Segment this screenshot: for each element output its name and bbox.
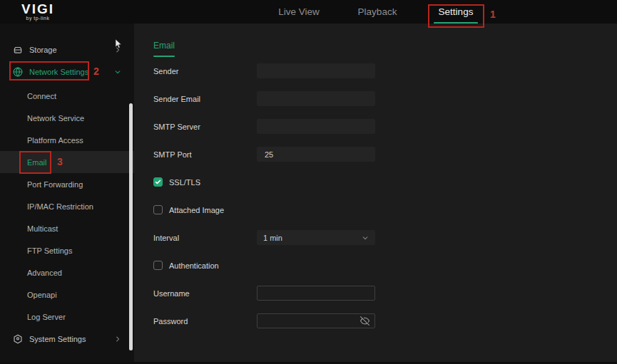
sidebar-item-openapi[interactable]: Openapi <box>0 284 134 306</box>
attached-image-label: Attached Image <box>169 206 224 214</box>
ssl-tls-checkbox[interactable] <box>153 177 163 187</box>
sender-email-input[interactable] <box>257 91 375 106</box>
sidebar-item-advanced[interactable]: Advanced <box>0 261 134 284</box>
section-tab-label: Email <box>153 41 175 51</box>
form-row-sender-email: Sender Email <box>153 85 617 113</box>
chevron-down-icon <box>362 234 369 241</box>
sidebar-item-label: Storage <box>29 46 108 54</box>
attached-image-checkbox[interactable] <box>153 205 163 214</box>
sidebar-item-multicast[interactable]: Multicast <box>0 217 134 239</box>
sidebar-item-email[interactable]: Email <box>0 151 134 173</box>
interval-value: 1 min <box>263 234 282 242</box>
chevron-down-icon <box>114 68 121 76</box>
sidebar-item-network-settings[interactable]: Network Settings <box>0 61 134 83</box>
section-tab-underline <box>153 56 175 57</box>
tab-playback[interactable]: Playback <box>338 0 417 24</box>
tab-live-view[interactable]: Live View <box>260 0 338 24</box>
sidebar-item-label: System Settings <box>29 335 108 343</box>
smtp-port-label: SMTP Port <box>153 150 257 159</box>
sender-email-label: Sender Email <box>153 95 257 103</box>
interval-label: Interval <box>153 234 257 242</box>
logo-tagline: by tp-link <box>21 16 54 21</box>
sidebar-item-ip-mac-restriction[interactable]: IP/MAC Restriction <box>0 195 134 217</box>
top-bar: VIGI by tp-link Live View Playback Setti… <box>0 0 617 24</box>
email-form: Sender Sender Email SMTP Server SMTP Por… <box>153 57 617 335</box>
sidebar-item-storage[interactable]: Storage <box>0 38 134 61</box>
sidebar-item-connect[interactable]: Connect <box>0 85 134 107</box>
sender-label: Sender <box>153 67 257 76</box>
logo-text: VIGI <box>21 2 54 16</box>
username-label: Username <box>153 289 257 298</box>
password-field-wrap <box>257 313 375 328</box>
section-tab-email[interactable]: Email <box>153 41 175 57</box>
storage-icon <box>13 45 23 55</box>
form-row-password: Password <box>153 307 617 335</box>
settings-sidebar: Storage Network Settings Connect Network… <box>0 24 134 362</box>
form-row-authentication: Authentication <box>153 251 617 279</box>
form-row-interval: Interval 1 min <box>153 224 617 251</box>
sidebar-scrollbar-thumb[interactable] <box>129 103 133 350</box>
vigi-logo: VIGI by tp-link <box>21 2 54 21</box>
sidebar-item-network-service[interactable]: Network Service <box>0 107 134 129</box>
ssl-tls-label: SSL/TLS <box>169 178 200 187</box>
sender-input[interactable] <box>257 63 375 78</box>
vigi-settings-window: VIGI by tp-link Live View Playback Setti… <box>0 0 617 364</box>
system-settings-icon <box>13 334 23 344</box>
smtp-server-label: SMTP Server <box>153 123 257 131</box>
sidebar-item-port-forwarding[interactable]: Port Forwarding <box>0 173 134 195</box>
sidebar-item-log-server[interactable]: Log Server <box>0 306 134 328</box>
form-row-smtp-server: SMTP Server <box>153 113 617 140</box>
globe-icon <box>13 67 23 77</box>
password-input[interactable] <box>257 313 375 328</box>
sidebar-item-ftp-settings[interactable]: FTP Settings <box>0 239 134 261</box>
form-row-smtp-port: SMTP Port <box>153 140 617 168</box>
username-input[interactable] <box>257 286 375 301</box>
form-row-username: Username <box>153 279 617 307</box>
top-nav: Live View Playback Settings <box>260 0 495 24</box>
eye-off-icon[interactable] <box>360 316 369 326</box>
password-label: Password <box>153 317 257 326</box>
chevron-right-icon <box>114 46 121 53</box>
smtp-server-input[interactable] <box>257 119 375 134</box>
email-settings-panel: Email Sender Sender Email SMTP Server SM… <box>134 24 617 362</box>
sidebar-item-label: Network Settings <box>29 68 108 76</box>
authentication-checkbox[interactable] <box>153 261 163 270</box>
chevron-right-icon <box>114 336 121 343</box>
interval-dropdown[interactable]: 1 min <box>257 230 375 245</box>
sidebar-item-platform-access[interactable]: Platform Access <box>0 129 134 151</box>
form-row-ssl-tls: SSL/TLS <box>153 168 617 196</box>
smtp-port-input[interactable] <box>257 147 375 162</box>
sidebar-item-system-settings[interactable]: System Settings <box>0 328 134 350</box>
check-icon <box>155 179 161 185</box>
form-row-attached-image: Attached Image <box>153 196 617 224</box>
tab-settings[interactable]: Settings <box>417 0 495 24</box>
form-row-sender: Sender <box>153 57 617 85</box>
authentication-label: Authentication <box>169 261 219 270</box>
